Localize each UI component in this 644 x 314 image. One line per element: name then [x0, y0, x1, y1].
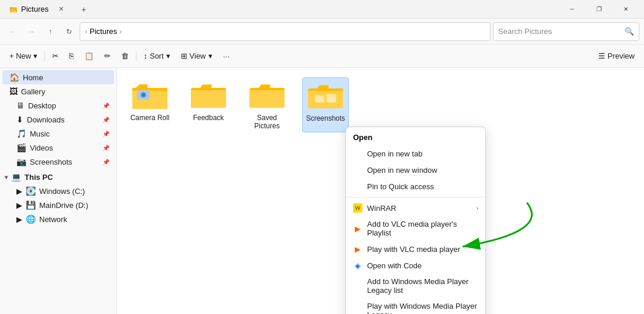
more-button[interactable]: ··· [218, 48, 235, 64]
tab-title: Pictures [21, 5, 49, 13]
sidebar-label-maindrive-d: MainDrive (D:) [39, 201, 88, 210]
separator-1 [44, 50, 45, 62]
ctx-item-open-with-code[interactable]: ◈ Open with Code [346, 257, 485, 274]
open-new-tab-icon [353, 149, 362, 158]
sidebar-label-network: Network [39, 215, 67, 224]
sidebar-label-thispc: This PC [25, 173, 53, 182]
search-bar[interactable]: Search Pictures 🔍 [493, 22, 639, 41]
address-bar[interactable]: › Pictures › [80, 22, 491, 41]
copy-icon: ⎘ [69, 52, 74, 60]
ctx-item-open-new-tab[interactable]: Open in new tab [346, 145, 485, 162]
address-path: Pictures [90, 27, 117, 36]
pin-icon-music: 📌 [102, 131, 109, 137]
sort-button[interactable]: ↕ Sort ▾ [139, 48, 174, 64]
sidebar-item-maindrive-d[interactable]: ▶ 💾 MainDrive (D:) [2, 198, 114, 212]
windows-c-icon: 💽 [26, 186, 36, 196]
rename-button[interactable]: ✏ [100, 48, 115, 64]
preview-icon: ☰ [598, 52, 605, 60]
active-tab[interactable]: Pictures ✕ [5, 1, 73, 18]
ctx-item-add-windows-media[interactable]: Add to Windows Media Player Legacy list [346, 274, 485, 298]
ctx-item-winrar[interactable]: W WinRAR › [346, 200, 485, 216]
thispc-chevron: ▾ [5, 174, 8, 180]
folder-saved-pictures[interactable]: Saved Pictures [244, 77, 290, 132]
winrar-icon: W [353, 203, 362, 213]
camera-roll-icon [131, 80, 169, 110]
folder-name-saved-pictures: Saved Pictures [246, 114, 288, 130]
ctx-item-open-new-window[interactable]: Open in new window [346, 162, 485, 178]
svg-rect-1 [10, 7, 13, 9]
forward-button[interactable]: → [23, 23, 40, 40]
sidebar-item-windows-c[interactable]: ▶ 💽 Windows (C:) [2, 184, 114, 198]
copy-button[interactable]: ⎘ [64, 48, 78, 64]
sidebar-item-network[interactable]: ▶ 🌐 Network [2, 212, 114, 226]
folder-name-feedback: Feedback [193, 114, 224, 122]
command-bar: + New ▾ ✂ ⎘ 📋 ✏ 🗑 ↕ Sort ▾ ⊞ View ▾ ··· … [0, 45, 644, 68]
preview-button[interactable]: ☰ Preview [594, 48, 639, 64]
folders-grid: Camera Roll Feedback Saved Pictures [126, 77, 635, 132]
pin-icon-screenshots: 📌 [102, 159, 109, 165]
sidebar-item-gallery[interactable]: 🖼 Gallery [2, 84, 114, 98]
folder-feedback[interactable]: Feedback [185, 77, 232, 132]
address-chevron2: › [119, 28, 122, 36]
paste-icon: 📋 [84, 52, 94, 60]
view-button[interactable]: ⊞ View ▾ [176, 48, 217, 64]
thispc-icon: 💻 [11, 172, 21, 182]
videos-icon: 🎬 [16, 143, 26, 152]
vlc-playlist-icon: ▶ [353, 224, 362, 233]
svg-rect-12 [308, 91, 343, 108]
navigation-toolbar: ← → ↑ ↻ › Pictures › Search Pictures 🔍 [0, 19, 644, 45]
paste-button[interactable]: 📋 [80, 48, 98, 64]
gallery-icon: 🖼 [9, 87, 18, 96]
svg-rect-13 [315, 95, 324, 103]
sort-label: Sort [150, 52, 164, 60]
folder-name-camera-roll: Camera Roll [131, 114, 170, 122]
sidebar-item-desktop[interactable]: 🖥 Desktop 📌 [2, 98, 114, 112]
delete-button[interactable]: 🗑 [117, 48, 133, 64]
new-arrow-icon: ▾ [33, 52, 37, 60]
sort-icon: ↕ [143, 52, 148, 60]
network-chevron: ▶ [16, 215, 22, 224]
folder-camera-roll[interactable]: Camera Roll [126, 77, 173, 132]
sidebar-label-screenshots: Screenshots [30, 158, 72, 166]
windows-media-play-icon [353, 306, 362, 314]
folder-screenshots[interactable]: Screenshots [302, 77, 349, 132]
winrar-arrow: › [477, 205, 478, 211]
cut-button[interactable]: ✂ [47, 48, 63, 64]
preview-label: Preview [608, 52, 635, 60]
refresh-button[interactable]: ↻ [61, 23, 77, 40]
new-tab-button[interactable]: + [77, 2, 91, 16]
network-icon: 🌐 [26, 214, 36, 224]
sidebar-section-thispc[interactable]: ▾ 💻 This PC [0, 169, 117, 184]
sidebar-item-screenshots[interactable]: 📷 Screenshots 📌 [2, 155, 114, 169]
back-button[interactable]: ← [5, 23, 21, 40]
folder-name-screenshots: Screenshots [306, 114, 345, 122]
close-button[interactable]: ✕ [612, 0, 639, 19]
new-button[interactable]: + New ▾ [5, 48, 42, 64]
view-label: View [190, 52, 206, 60]
ctx-item-pin-quick-access[interactable]: Pin to Quick access [346, 178, 485, 194]
screenshots-folder-icon [307, 80, 344, 111]
svg-rect-11 [249, 90, 285, 108]
ctx-item-play-vlc[interactable]: ▶ Play with VLC media player [346, 241, 485, 257]
saved-pictures-icon [248, 80, 286, 110]
sidebar-item-music[interactable]: 🎵 Music 📌 [2, 127, 114, 141]
minimize-button[interactable]: ─ [559, 0, 585, 19]
rename-icon: ✏ [104, 52, 111, 60]
up-button[interactable]: ↑ [42, 23, 59, 40]
tab-close-button[interactable]: ✕ [54, 2, 68, 16]
title-bar: Pictures ✕ + ─ ❐ ✕ [0, 0, 644, 19]
content-area: Camera Roll Feedback Saved Pictures [117, 68, 644, 314]
title-bar-left: Pictures ✕ + [5, 1, 559, 18]
ctx-item-play-windows-media[interactable]: Play with Windows Media Player Legacy [346, 298, 485, 314]
sidebar-item-home[interactable]: 🏠 Home [2, 70, 114, 84]
maximize-button[interactable]: ❐ [585, 0, 612, 19]
address-chevron: › [85, 28, 87, 36]
sidebar-label-gallery: Gallery [21, 87, 45, 96]
sort-arrow-icon: ▾ [166, 52, 170, 60]
sidebar-item-downloads[interactable]: ⬇ Downloads 📌 [2, 112, 114, 127]
sidebar-label-home: Home [23, 73, 43, 82]
ctx-item-add-vlc-playlist[interactable]: ▶ Add to VLC media player's Playlist [346, 216, 485, 241]
vlc-play-icon: ▶ [353, 244, 362, 254]
sidebar-label-music: Music [30, 129, 50, 138]
sidebar-item-videos[interactable]: 🎬 Videos 📌 [2, 141, 114, 155]
